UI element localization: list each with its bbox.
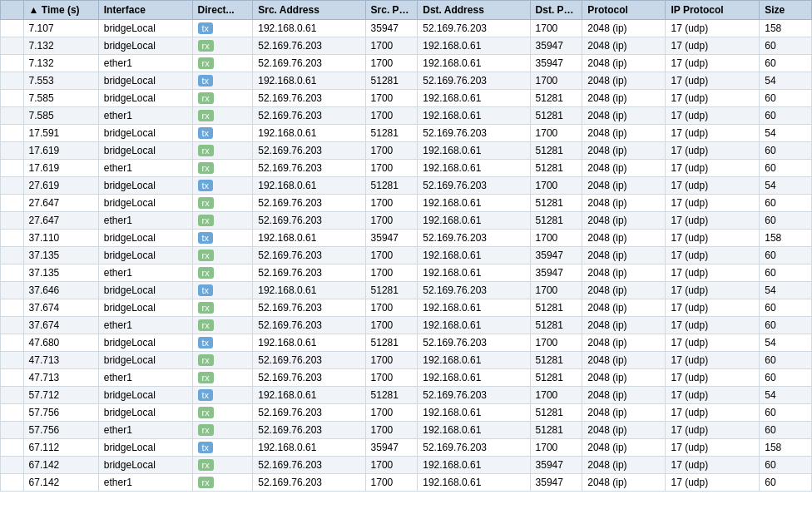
cell-dir: rx [192, 299, 253, 317]
table-row[interactable]: 37.135ether1rx52.169.76.2031700192.168.0… [1, 264, 812, 282]
cell-iface: bridgeLocal [98, 387, 192, 404]
cell-protocol: 2048 (ip) [582, 72, 666, 90]
cell-time: 37.110 [23, 230, 98, 247]
table-row[interactable]: 7.132ether1rx52.169.76.2031700192.168.0.… [1, 55, 812, 72]
cell-protocol: 2048 (ip) [582, 474, 666, 492]
table-row[interactable]: 67.142bridgeLocalrx52.169.76.2031700192.… [1, 457, 812, 474]
cell-dst_port: 1700 [530, 72, 582, 90]
cell-dst_port: 1700 [530, 439, 582, 457]
table-row[interactable]: 57.712bridgeLocaltx192.168.0.615128152.1… [1, 387, 812, 404]
cell-dst_port: 51281 [530, 142, 582, 160]
direction-tx-badge: tx [198, 22, 214, 34]
row-checkbox-cell [1, 457, 24, 474]
cell-src_port: 35947 [365, 20, 418, 37]
cell-ip_proto: 17 (udp) [666, 37, 760, 55]
cell-src_addr: 192.168.0.61 [253, 125, 365, 142]
cell-protocol: 2048 (ip) [582, 317, 666, 334]
cell-dst_port: 35947 [530, 457, 582, 474]
cell-ip_proto: 17 (udp) [666, 352, 760, 369]
table-body: 7.107bridgeLocaltx192.168.0.613594752.16… [1, 20, 812, 492]
cell-iface: ether1 [98, 212, 192, 230]
cell-iface: bridgeLocal [98, 72, 192, 90]
cell-src_port: 1700 [365, 142, 418, 160]
column-header-protocol[interactable]: Protocol [582, 1, 666, 20]
direction-rx-badge: rx [198, 215, 214, 226]
cell-dir: rx [192, 55, 253, 72]
cell-size: 60 [760, 422, 812, 439]
table-row[interactable]: 7.585ether1rx52.169.76.2031700192.168.0.… [1, 107, 812, 125]
table-row[interactable]: 17.619bridgeLocalrx52.169.76.2031700192.… [1, 142, 812, 160]
table-header: ▲ Time (s)InterfaceDirect...Src. Address… [1, 1, 812, 20]
cell-src_addr: 52.169.76.203 [253, 37, 365, 55]
table-row[interactable]: 17.619ether1rx52.169.76.2031700192.168.0… [1, 160, 812, 177]
table-row[interactable]: 27.619bridgeLocaltx192.168.0.615128152.1… [1, 177, 812, 195]
cell-ip_proto: 17 (udp) [666, 369, 760, 387]
table-row[interactable]: 37.674bridgeLocalrx52.169.76.2031700192.… [1, 299, 812, 317]
cell-src_port: 1700 [365, 37, 418, 55]
table-row[interactable]: 57.756ether1rx52.169.76.2031700192.168.0… [1, 422, 812, 439]
table-row[interactable]: 37.135bridgeLocalrx52.169.76.2031700192.… [1, 247, 812, 264]
cell-dst_port: 1700 [530, 230, 582, 247]
column-header-check[interactable] [1, 1, 24, 20]
cell-size: 60 [760, 457, 812, 474]
cell-protocol: 2048 (ip) [582, 195, 666, 212]
column-header-time[interactable]: ▲ Time (s) [23, 1, 98, 20]
cell-iface: bridgeLocal [98, 352, 192, 369]
column-header-size[interactable]: Size [760, 1, 812, 20]
table-row[interactable]: 27.647bridgeLocalrx52.169.76.2031700192.… [1, 195, 812, 212]
column-header-src_addr[interactable]: Src. Address [253, 1, 365, 20]
table-row[interactable]: 47.713bridgeLocalrx52.169.76.2031700192.… [1, 352, 812, 369]
cell-protocol: 2048 (ip) [582, 142, 666, 160]
column-header-iface[interactable]: Interface [98, 1, 192, 20]
table-row[interactable]: 17.591bridgeLocaltx192.168.0.615128152.1… [1, 125, 812, 142]
table-row[interactable]: 27.647ether1rx52.169.76.2031700192.168.0… [1, 212, 812, 230]
cell-dir: tx [192, 334, 253, 352]
cell-time: 7.132 [23, 55, 98, 72]
row-checkbox-cell [1, 212, 24, 230]
cell-src_port: 1700 [365, 317, 418, 334]
cell-dir: tx [192, 125, 253, 142]
cell-iface: bridgeLocal [98, 404, 192, 422]
cell-dir: rx [192, 422, 253, 439]
row-checkbox-cell [1, 142, 24, 160]
cell-ip_proto: 17 (udp) [666, 422, 760, 439]
cell-dst_port: 51281 [530, 369, 582, 387]
table-row[interactable]: 7.132bridgeLocalrx52.169.76.2031700192.1… [1, 37, 812, 55]
cell-time: 57.712 [23, 387, 98, 404]
cell-src_port: 1700 [365, 195, 418, 212]
table-row[interactable]: 67.112bridgeLocaltx192.168.0.613594752.1… [1, 439, 812, 457]
cell-src_addr: 192.168.0.61 [253, 387, 365, 404]
row-checkbox-cell [1, 247, 24, 264]
table-row[interactable]: 47.680bridgeLocaltx192.168.0.615128152.1… [1, 334, 812, 352]
cell-dst_port: 1700 [530, 177, 582, 195]
cell-src_port: 51281 [365, 334, 418, 352]
cell-dst_addr: 52.169.76.203 [418, 387, 530, 404]
table-row[interactable]: 37.646bridgeLocaltx192.168.0.615128152.1… [1, 282, 812, 299]
cell-src_port: 1700 [365, 160, 418, 177]
cell-src_addr: 192.168.0.61 [253, 20, 365, 37]
direction-rx-badge: rx [198, 40, 214, 52]
table-row[interactable]: 7.585bridgeLocalrx52.169.76.2031700192.1… [1, 90, 812, 107]
table-row[interactable]: 7.107bridgeLocaltx192.168.0.613594752.16… [1, 20, 812, 37]
column-header-dst_addr[interactable]: Dst. Address [418, 1, 530, 20]
column-header-src_port[interactable]: Src. Port [365, 1, 418, 20]
cell-dir: rx [192, 369, 253, 387]
table-row[interactable]: 7.553bridgeLocaltx192.168.0.615128152.16… [1, 72, 812, 90]
table-row[interactable]: 57.756bridgeLocalrx52.169.76.2031700192.… [1, 404, 812, 422]
table-row[interactable]: 37.110bridgeLocaltx192.168.0.613594752.1… [1, 230, 812, 247]
column-header-dst_port[interactable]: Dst. Port [530, 1, 582, 20]
column-header-ip_proto[interactable]: IP Protocol [666, 1, 760, 20]
table-row[interactable]: 47.713ether1rx52.169.76.2031700192.168.0… [1, 369, 812, 387]
cell-dir: tx [192, 282, 253, 299]
table-row[interactable]: 37.674ether1rx52.169.76.2031700192.168.0… [1, 317, 812, 334]
row-checkbox-cell [1, 160, 24, 177]
header-row: ▲ Time (s)InterfaceDirect...Src. Address… [1, 1, 812, 20]
cell-iface: bridgeLocal [98, 142, 192, 160]
cell-dst_port: 35947 [530, 247, 582, 264]
row-checkbox-cell [1, 177, 24, 195]
row-checkbox-cell [1, 422, 24, 439]
column-header-dir[interactable]: Direct... [192, 1, 253, 20]
table-row[interactable]: 67.142ether1rx52.169.76.2031700192.168.0… [1, 474, 812, 492]
cell-protocol: 2048 (ip) [582, 352, 666, 369]
cell-protocol: 2048 (ip) [582, 422, 666, 439]
